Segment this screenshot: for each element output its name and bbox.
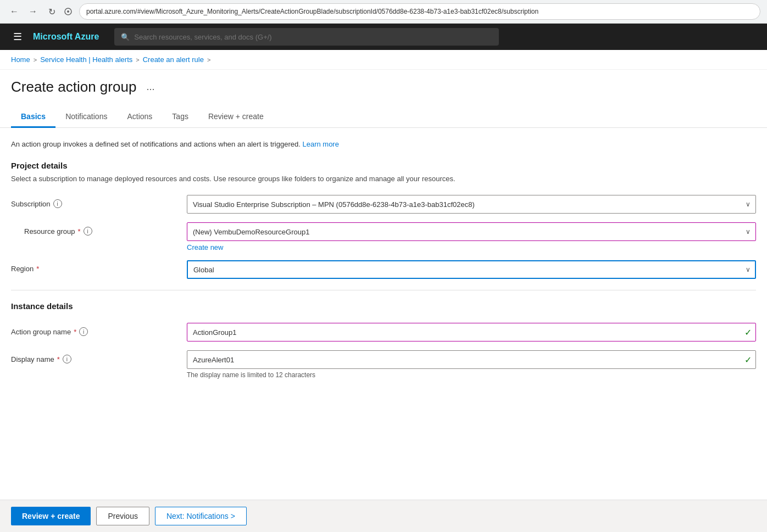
nav-buttons: ← → ↻ xyxy=(7,4,74,19)
hamburger-button[interactable]: ☰ xyxy=(9,29,26,45)
extensions-icon xyxy=(63,6,74,17)
subscription-select-wrapper[interactable]: Visual Studio Enterprise Subscription – … xyxy=(187,195,756,214)
previous-button[interactable]: Previous xyxy=(96,507,149,525)
review-create-button[interactable]: Review + create xyxy=(11,507,91,525)
page-title: Create action group xyxy=(11,79,136,96)
tabs-bar: Basics Notifications Actions Tags Review… xyxy=(0,96,767,128)
reload-button[interactable]: ↻ xyxy=(44,4,59,19)
region-select-wrapper[interactable]: Global xyxy=(187,260,756,279)
page-menu-button[interactable]: ... xyxy=(143,80,158,94)
display-name-required: * xyxy=(57,355,60,363)
display-name-row: Display name * i ✓ The display name is l… xyxy=(11,350,756,379)
action-group-name-info-icon: i xyxy=(79,327,88,336)
action-group-name-input-wrapper: ✓ xyxy=(187,323,756,341)
project-details-desc: Select a subscription to manage deployed… xyxy=(11,173,756,184)
tab-basics[interactable]: Basics xyxy=(11,107,55,128)
tab-notifications[interactable]: Notifications xyxy=(55,107,117,128)
region-control: Global xyxy=(187,260,756,279)
subscription-label: Subscription i xyxy=(11,195,187,208)
breadcrumb-service-health[interactable]: Service Health | Health alerts xyxy=(40,55,132,64)
resource-group-select[interactable]: (New) VembuDemoResourceGroup1 xyxy=(187,222,756,241)
tab-tags[interactable]: Tags xyxy=(162,107,198,128)
resource-group-label: Resource group * i xyxy=(11,222,187,236)
region-select[interactable]: Global xyxy=(187,260,756,279)
page-wrapper: Home > Service Health | Health alerts > … xyxy=(0,50,767,532)
forward-button[interactable]: → xyxy=(25,4,41,19)
intro-text: An action group invokes a defined set of… xyxy=(11,139,756,150)
action-group-name-row: Action group name * i ✓ xyxy=(11,323,756,341)
resource-group-select-wrapper[interactable]: (New) VembuDemoResourceGroup1 xyxy=(187,222,756,241)
search-bar[interactable]: 🔍 xyxy=(114,28,499,46)
svg-point-1 xyxy=(67,10,69,13)
breadcrumb: Home > Service Health | Health alerts > … xyxy=(0,50,767,70)
bottom-bar: Review + create Previous Next: Notificat… xyxy=(0,500,767,532)
display-name-helper: The display name is limited to 12 charac… xyxy=(187,371,756,379)
action-group-name-control: ✓ xyxy=(187,323,756,341)
region-label: Region * xyxy=(11,260,187,273)
tab-actions[interactable]: Actions xyxy=(117,107,162,128)
resource-group-required: * xyxy=(78,227,81,236)
action-group-name-required: * xyxy=(74,328,76,336)
display-name-control: ✓ The display name is limited to 12 char… xyxy=(187,350,756,379)
display-name-input[interactable] xyxy=(187,350,756,369)
breadcrumb-home[interactable]: Home xyxy=(11,55,30,64)
back-button[interactable]: ← xyxy=(7,4,22,19)
content-area: An action group invokes a defined set of… xyxy=(0,128,767,399)
action-group-name-input[interactable] xyxy=(187,323,756,341)
subscription-row: Subscription i Visual Studio Enterprise … xyxy=(11,195,756,214)
resource-group-control: (New) VembuDemoResourceGroup1 Create new xyxy=(187,222,756,251)
display-name-input-wrapper: ✓ xyxy=(187,350,756,369)
breadcrumb-sep-1: > xyxy=(34,57,37,63)
browser-chrome: ← → ↻ xyxy=(0,0,767,24)
resource-group-row: Resource group * i (New) VembuDemoResour… xyxy=(11,222,756,251)
azure-logo: Microsoft Azure xyxy=(33,32,99,42)
region-row: Region * Global xyxy=(11,260,756,279)
display-name-check-icon: ✓ xyxy=(744,355,752,365)
page-header: Create action group ... xyxy=(0,70,767,96)
display-name-label: Display name * i xyxy=(11,350,187,363)
display-name-info-icon: i xyxy=(63,355,71,363)
search-input[interactable] xyxy=(134,33,492,41)
azure-topnav: ☰ Microsoft Azure 🔍 xyxy=(0,24,767,50)
resource-group-info-icon: i xyxy=(84,227,92,236)
create-new-link[interactable]: Create new xyxy=(187,243,223,251)
breadcrumb-sep-2: > xyxy=(136,57,139,63)
next-button[interactable]: Next: Notifications > xyxy=(155,507,247,525)
tab-review-create[interactable]: Review + create xyxy=(198,107,274,128)
region-required: * xyxy=(36,265,39,273)
learn-more-link[interactable]: Learn more xyxy=(302,140,338,148)
separator xyxy=(11,290,756,290)
action-group-name-label: Action group name * i xyxy=(11,323,187,336)
breadcrumb-create-alert[interactable]: Create an alert rule xyxy=(143,55,204,64)
subscription-select[interactable]: Visual Studio Enterprise Subscription – … xyxy=(187,195,756,214)
instance-details-title: Instance details xyxy=(11,301,756,311)
breadcrumb-sep-3: > xyxy=(207,57,210,63)
subscription-control: Visual Studio Enterprise Subscription – … xyxy=(187,195,756,214)
address-bar[interactable] xyxy=(79,3,760,20)
project-details-title: Project details xyxy=(11,161,756,170)
action-group-name-check-icon: ✓ xyxy=(744,327,752,338)
subscription-info-icon: i xyxy=(53,199,62,208)
